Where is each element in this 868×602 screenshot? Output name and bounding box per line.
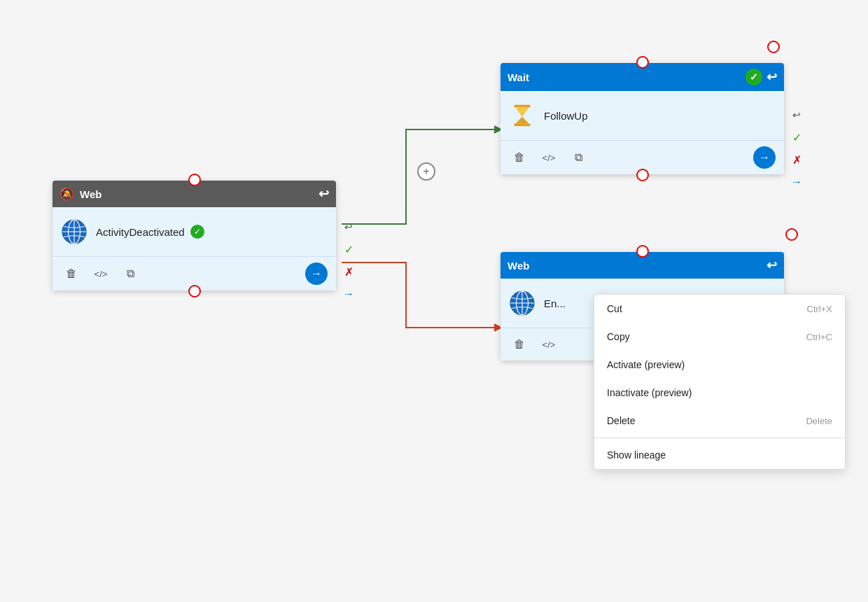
activate-label: Activate (preview) bbox=[607, 359, 685, 370]
add-connector-button[interactable]: + bbox=[417, 162, 435, 181]
web2-node-undo-icon[interactable]: ↩ bbox=[766, 258, 777, 273]
delete-label: Delete bbox=[607, 415, 635, 426]
activity-check-badge: ✓ bbox=[190, 225, 204, 239]
wait-code-button[interactable]: </> bbox=[538, 147, 559, 168]
delete-shortcut: Delete bbox=[806, 416, 832, 426]
web-node-top-connector[interactable] bbox=[188, 174, 201, 186]
web-node-body: ActivityDeactivated ✓ bbox=[52, 207, 336, 256]
web-node-bottom-connector[interactable] bbox=[188, 285, 201, 298]
bell-slash-icon: 🔕 bbox=[59, 187, 74, 202]
wait-node: Wait ✓ ↩ FollowUp 🗑 </> ⧉ → bbox=[500, 63, 784, 174]
web2-delete-button[interactable]: 🗑 bbox=[509, 334, 530, 355]
code-button[interactable]: </> bbox=[90, 263, 111, 284]
context-menu-activate[interactable]: Activate (preview) bbox=[594, 351, 845, 379]
wait-node-top-connector[interactable] bbox=[636, 56, 649, 69]
context-menu-copy[interactable]: Copy Ctrl+C bbox=[594, 323, 845, 351]
inactivate-label: Inactivate (preview) bbox=[607, 387, 692, 398]
globe-icon bbox=[61, 218, 88, 245]
web2-code-button[interactable]: </> bbox=[538, 334, 559, 355]
wait-side-cross-btn[interactable]: ✗ bbox=[787, 150, 806, 169]
web2-node-activity: En... bbox=[544, 298, 566, 309]
context-menu: Cut Ctrl+X Copy Ctrl+C Activate (preview… bbox=[594, 294, 846, 470]
wait-node-check-badge: ✓ bbox=[746, 69, 762, 85]
web2-globe-icon bbox=[509, 290, 536, 316]
web-node-title: Web bbox=[80, 188, 102, 200]
workflow-canvas: + 🔕 Web ↩ ActivityDeactivated bbox=[0, 0, 868, 602]
wait-copy-button[interactable]: ⧉ bbox=[568, 147, 589, 168]
top-right-connector[interactable] bbox=[767, 41, 780, 53]
wait-node-undo-icon[interactable]: ↩ bbox=[766, 69, 777, 85]
web-node-activity: ActivityDeactivated bbox=[96, 226, 185, 238]
wait-side-check-btn[interactable]: ✓ bbox=[787, 127, 806, 147]
hourglass-icon bbox=[509, 102, 536, 129]
copy-button[interactable]: ⧉ bbox=[120, 263, 141, 284]
wait-delete-button[interactable]: 🗑 bbox=[509, 147, 530, 168]
web-node-side-actions: ↩ ✓ ✗ → bbox=[339, 217, 358, 304]
web2-right-connector[interactable] bbox=[785, 228, 798, 241]
web-node-left: 🔕 Web ↩ ActivityDeactivated ✓ 🗑 </> bbox=[52, 181, 336, 290]
wait-side-undo-btn[interactable]: ↩ bbox=[787, 105, 806, 125]
web2-node-top-connector[interactable] bbox=[636, 245, 649, 258]
copy-label: Copy bbox=[607, 331, 630, 342]
context-menu-show-lineage[interactable]: Show lineage bbox=[594, 441, 845, 469]
undo-icon[interactable]: ↩ bbox=[318, 186, 329, 202]
wait-node-title: Wait bbox=[507, 71, 529, 83]
wait-node-activity: FollowUp bbox=[544, 110, 588, 122]
svg-rect-5 bbox=[514, 123, 531, 126]
wait-node-side-actions: ↩ ✓ ✗ → bbox=[787, 105, 806, 192]
context-menu-cut[interactable]: Cut Ctrl+X bbox=[594, 295, 845, 323]
context-menu-delete[interactable]: Delete Delete bbox=[594, 407, 845, 435]
delete-button[interactable]: 🗑 bbox=[61, 263, 82, 284]
wait-go-button[interactable]: → bbox=[753, 146, 776, 169]
svg-rect-4 bbox=[514, 105, 531, 108]
side-arrow-btn[interactable]: → bbox=[339, 284, 358, 304]
context-menu-divider bbox=[594, 438, 845, 438]
copy-shortcut: Ctrl+C bbox=[806, 332, 832, 342]
side-cross-btn[interactable]: ✗ bbox=[339, 262, 358, 281]
context-menu-inactivate[interactable]: Inactivate (preview) bbox=[594, 379, 845, 407]
show-lineage-label: Show lineage bbox=[607, 449, 666, 461]
wait-side-arrow-btn[interactable]: → bbox=[787, 172, 806, 192]
side-check-btn[interactable]: ✓ bbox=[339, 239, 358, 259]
wait-node-bottom-connector[interactable] bbox=[636, 169, 649, 181]
wait-node-body: FollowUp bbox=[500, 91, 784, 140]
side-undo-btn[interactable]: ↩ bbox=[339, 217, 358, 237]
cut-shortcut: Ctrl+X bbox=[807, 304, 832, 314]
web2-node-title: Web bbox=[507, 260, 529, 272]
cut-label: Cut bbox=[607, 303, 622, 314]
go-button[interactable]: → bbox=[305, 262, 328, 285]
